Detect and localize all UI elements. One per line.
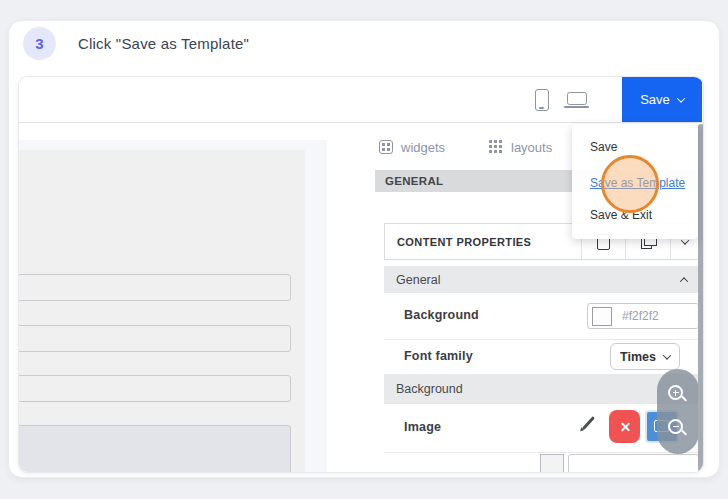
email-field-block[interactable] (18, 375, 291, 402)
save-dropdown-menu: Save Save as Template Save & Exit (572, 124, 698, 239)
chevron-up-icon (680, 277, 688, 285)
font-family-label: Font family (404, 349, 473, 363)
chevron-down-icon (677, 94, 685, 102)
tab-widgets[interactable]: widgets (379, 135, 445, 159)
section-background[interactable]: Background (384, 374, 699, 404)
section-background-label: Background (396, 382, 463, 396)
background-property-label: Background (404, 308, 479, 322)
email-button-block[interactable] (18, 425, 291, 473)
menu-item-save-and-exit[interactable]: Save & Exit (590, 208, 652, 222)
font-family-select[interactable]: Times (610, 343, 680, 370)
save-button-label: Save (640, 92, 670, 107)
edit-pencil-icon[interactable] (582, 416, 595, 430)
color-swatch[interactable] (540, 454, 564, 473)
zoom-in-icon[interactable] (668, 385, 683, 400)
background-color-value: #f2f2f2 (622, 309, 659, 323)
step-title: Click "Save as Template" (78, 35, 249, 52)
close-x-icon (619, 421, 630, 432)
menu-item-save[interactable]: Save (590, 140, 617, 154)
section-general[interactable]: General (384, 266, 699, 293)
image-property-label: Image (404, 420, 441, 434)
email-field-block[interactable] (18, 325, 291, 352)
mobile-preview-icon[interactable] (535, 89, 549, 111)
background-color-input[interactable]: #f2f2f2 (587, 303, 699, 329)
widgets-icon (379, 140, 393, 154)
row-divider (384, 339, 699, 340)
color-swatch[interactable] (592, 307, 612, 326)
general-section-label: GENERAL (385, 175, 443, 187)
zoom-controls (657, 369, 699, 454)
tab-widgets-label: widgets (401, 140, 445, 155)
content-properties-title: CONTENT PROPERTIES (385, 236, 581, 248)
tab-layouts-label: layouts (511, 140, 552, 155)
property-input[interactable] (568, 454, 699, 473)
editor-screenshot: Save widgets layouts s (18, 76, 704, 473)
layouts-icon (489, 140, 503, 154)
tutorial-page: 3 Click "Save as Template" Save (0, 0, 728, 499)
delete-image-button[interactable] (609, 410, 640, 443)
tutorial-step-card: 3 Click "Save as Template" Save (8, 20, 720, 478)
panel-scrollbar[interactable] (698, 124, 704, 472)
duplicate-icon (641, 238, 652, 249)
tab-layouts[interactable]: layouts (489, 135, 552, 159)
editor-toolbar: Save (19, 77, 704, 123)
email-field-block[interactable] (18, 274, 291, 301)
font-family-value: Times (620, 350, 656, 364)
step-number-badge: 3 (23, 27, 56, 60)
section-general-label: General (396, 273, 440, 287)
desktop-preview-icon[interactable] (567, 92, 587, 105)
menu-item-save-as-template[interactable]: Save as Template (590, 176, 685, 190)
row-divider (384, 452, 699, 453)
save-button[interactable]: Save (622, 77, 702, 122)
chevron-down-icon (663, 351, 671, 359)
step-header: 3 Click "Save as Template" (23, 24, 249, 62)
zoom-out-icon[interactable] (668, 419, 683, 434)
